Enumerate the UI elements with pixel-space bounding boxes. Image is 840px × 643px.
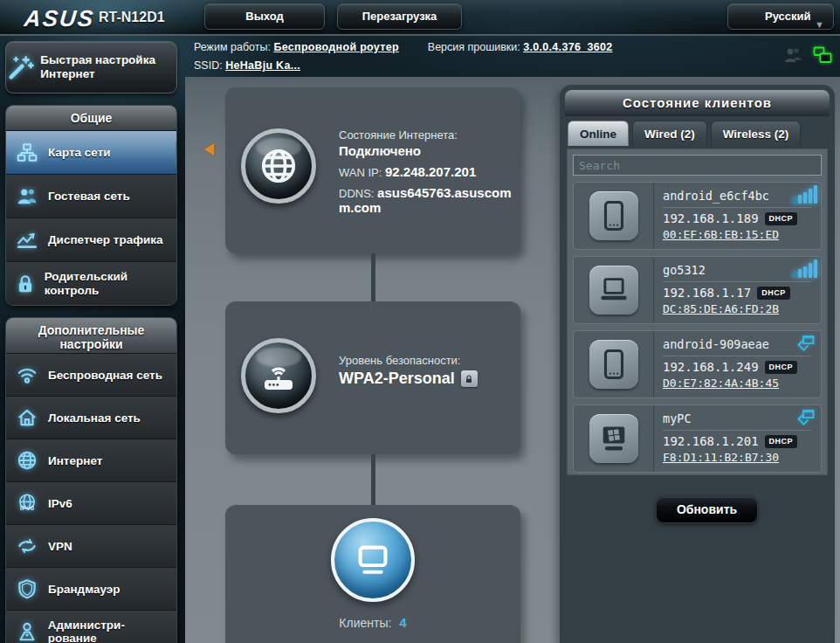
- section-title-general: Общие: [6, 106, 176, 130]
- sidebar-item-label: IPv6: [48, 497, 76, 510]
- sidebar-item-parental-control[interactable]: Родительский контроль: [6, 261, 176, 305]
- ssid-label: SSID:: [194, 59, 223, 72]
- router-model: RT-N12D1: [99, 10, 165, 25]
- admin-person-icon: [6, 620, 48, 643]
- map-connector-line: [371, 454, 375, 505]
- client-name: myPC: [663, 411, 814, 425]
- security-lock-icon: [461, 370, 478, 387]
- ethernet-plug-icon: [795, 333, 817, 354]
- map-connector-line: [371, 253, 375, 301]
- ssid-link[interactable]: HeHaBju Ka...: [225, 59, 300, 72]
- sidebar-item-wan[interactable]: Интернет: [6, 439, 176, 481]
- client-name: go5312: [663, 263, 814, 277]
- client-ip: 192.168.1.201: [663, 434, 759, 448]
- internet-status-value: Подключено: [339, 143, 513, 158]
- clients-monitor-icon: [331, 518, 415, 602]
- client-mac-link[interactable]: DC:85:DE:A6:FD:2B: [663, 302, 779, 315]
- internet-status-card[interactable]: Состояние Интернета: Подключено WAN IP: …: [225, 87, 520, 253]
- asus-logo: ASUS: [23, 5, 96, 32]
- sidebar-item-label: Диспетчер трафика: [48, 233, 167, 246]
- client-tabs: Online Wired (2) Wireless (2): [568, 121, 801, 146]
- dhcp-badge: DHCP: [765, 435, 798, 448]
- firmware-link[interactable]: 3.0.0.4.376_3602: [523, 41, 612, 53]
- sidebar-item-firewall[interactable]: Брандмауэр: [6, 567, 176, 610]
- panel-title: Состояние клиентов: [565, 90, 830, 116]
- client-row[interactable]: myPC 192.168.1.201 DHCP F8:D1:11:B2:B7:3: [573, 404, 822, 473]
- phone-device-icon: [589, 191, 638, 240]
- client-ip: 192.168.1.17: [663, 286, 751, 300]
- client-mac-link[interactable]: 00:EF:6B:EB:15:ED: [663, 228, 779, 241]
- main-content: Состояние Интернета: Подключено WAN IP: …: [185, 77, 840, 643]
- lock-icon: [6, 273, 45, 295]
- quick-setup-label: Быстрая настройка Интернет: [40, 53, 176, 80]
- sidebar-item-lan[interactable]: Локальная сеть: [6, 396, 176, 439]
- security-level-value: WPA2-Personal: [339, 370, 455, 388]
- ddns-label: DDNS:: [339, 187, 374, 200]
- clients-node-card[interactable]: Клиенты: 4: [225, 505, 520, 643]
- internet-status-label: Состояние Интернета:: [339, 128, 513, 142]
- security-card[interactable]: Уровень безопасности: WPA2-Personal: [225, 301, 520, 454]
- sidebar-item-guest-network[interactable]: Гостевая сеть: [6, 174, 176, 218]
- info-bar: Режим работы: Беспроводной роутер Версия…: [194, 41, 718, 78]
- tab-online[interactable]: Online: [568, 121, 629, 146]
- sidebar-item-label: Родительский контроль: [45, 270, 176, 296]
- shield-icon: [6, 577, 48, 600]
- sidebar-item-traffic-manager[interactable]: Диспетчер трафика: [6, 218, 176, 261]
- dhcp-badge: DHCP: [765, 212, 798, 225]
- wifi-icon: [6, 363, 48, 386]
- dhcp-badge: DHCP: [765, 361, 798, 374]
- search-input[interactable]: [573, 155, 822, 176]
- clients-label: Клиенты:: [339, 616, 391, 630]
- router-icon: [241, 338, 316, 413]
- client-mac-link[interactable]: D0:E7:82:4A:4B:45: [663, 377, 779, 390]
- wan-ip-label: WAN IP:: [339, 166, 382, 179]
- selected-item-pointer-icon: [204, 143, 214, 156]
- tab-wireless[interactable]: Wireless (2): [711, 121, 802, 146]
- top-bar: ASUS RT-N12D1 Выход Перезагрузка Русский…: [0, 0, 840, 36]
- refresh-button[interactable]: Обновить: [656, 496, 758, 523]
- sidebar-section-general: Общие Карта сети Гост: [5, 105, 177, 306]
- client-row[interactable]: android_e6cf4bc 192.168.1.189 DHCP 00:EF…: [573, 182, 822, 250]
- connected-users-icon[interactable]: [782, 45, 803, 65]
- logout-button[interactable]: Выход: [204, 3, 325, 30]
- network-map-icon: [6, 142, 48, 164]
- vpn-arrows-icon: [6, 535, 48, 557]
- client-ip: 192.168.1.189: [663, 211, 759, 225]
- guest-network-icon: [6, 185, 48, 208]
- client-list: android_e6cf4bc 192.168.1.189 DHCP 00:EF…: [567, 149, 828, 475]
- phone-device-icon: [589, 340, 638, 389]
- reboot-button[interactable]: Перезагрузка: [337, 3, 462, 30]
- client-name: android_e6cf4bc: [663, 189, 814, 203]
- wifi-signal-icon: [793, 184, 817, 204]
- sidebar-section-advanced: Дополнительные настройки Беспроводная се…: [5, 317, 177, 643]
- clients-count-line: Клиенты: 4: [225, 615, 520, 630]
- language-dropdown[interactable]: Русский ▼: [727, 3, 834, 30]
- client-mac-link[interactable]: F8:D1:11:B2:B7:30: [663, 451, 779, 464]
- sidebar-item-network-map[interactable]: Карта сети: [6, 130, 176, 174]
- sidebar-item-label: Интернет: [48, 454, 106, 467]
- wan-ip-line: WAN IP: 92.248.207.201: [339, 164, 518, 179]
- sidebar-item-administration[interactable]: Администри-рование: [6, 610, 176, 643]
- svg-text:IPv6: IPv6: [20, 504, 35, 512]
- chevron-down-icon: ▼: [815, 12, 824, 37]
- client-row[interactable]: android-909aeae 192.168.1.249 DHCP D0:E7: [573, 330, 822, 398]
- sidebar-item-wireless[interactable]: Беспроводная сеть: [6, 353, 176, 396]
- magic-wand-icon: [6, 52, 40, 82]
- sidebar-item-label: Карта сети: [48, 146, 114, 159]
- sidebar-item-ipv6[interactable]: IPv6 IPv6: [6, 481, 176, 524]
- quick-setup-button[interactable]: Быстрая настройка Интернет: [5, 41, 177, 93]
- sidebar-item-label: Администри-рование: [48, 619, 176, 643]
- home-icon: [6, 406, 48, 429]
- internet-globe-icon: [241, 128, 316, 204]
- clients-count: 4: [399, 615, 406, 630]
- lan-status-icon[interactable]: [812, 45, 833, 65]
- sidebar-item-label: VPN: [48, 540, 76, 553]
- client-ip: 192.168.1.249: [663, 360, 759, 374]
- sidebar-item-vpn[interactable]: VPN: [6, 524, 176, 567]
- laptop-device-icon: [589, 266, 638, 315]
- mode-link[interactable]: Беспроводной роутер: [273, 41, 398, 53]
- wan-ip-value: 92.248.207.201: [385, 164, 476, 179]
- tab-wired[interactable]: Wired (2): [632, 121, 707, 146]
- section-title-advanced: Дополнительные настройки: [6, 318, 176, 353]
- client-row[interactable]: go5312 192.168.1.17 DHCP DC:85:DE:A6:FD:…: [573, 256, 822, 324]
